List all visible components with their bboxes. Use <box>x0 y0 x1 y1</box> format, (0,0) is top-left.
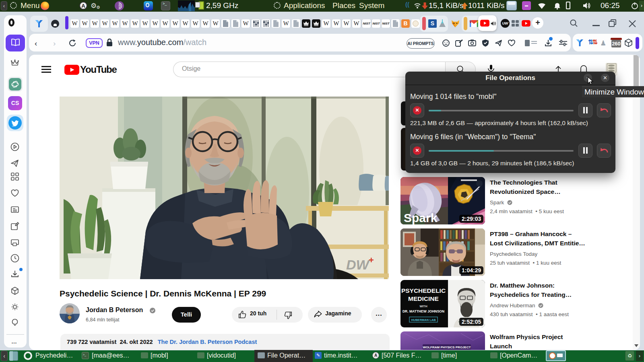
svg-text:DR. MATTHEW JOHNSON: DR. MATTHEW JOHNSON <box>402 309 444 313</box>
svg-text:WITH: WITH <box>419 304 427 308</box>
svg-text:DW: DW <box>346 257 370 272</box>
svg-text:PSYCHEDELIC: PSYCHEDELIC <box>401 287 446 294</box>
svg-text:HUBERMAN LAB: HUBERMAN LAB <box>411 318 436 322</box>
svg-text:WOLFRAM PHYSICS PROJECT: WOLFRAM PHYSICS PROJECT <box>423 346 471 349</box>
svg-text:Spark: Spark <box>404 211 438 224</box>
svg-text:+: + <box>369 255 374 265</box>
svg-text:MEDICINE: MEDICINE <box>408 295 439 302</box>
